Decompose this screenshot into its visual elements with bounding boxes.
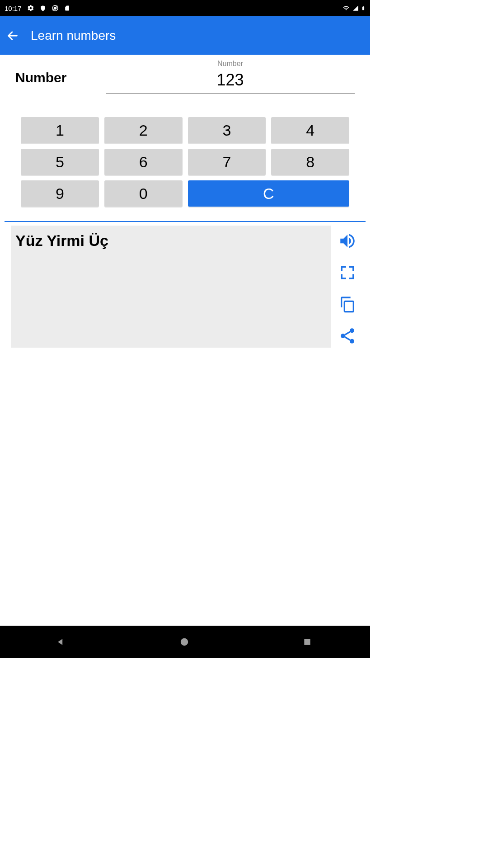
result-area: Yüz Yirmi Üç: [5, 226, 366, 348]
result-box: Yüz Yirmi Üç: [11, 226, 331, 348]
triangle-back-icon: [56, 637, 68, 646]
copy-icon: [338, 295, 357, 313]
key-7[interactable]: 7: [188, 149, 266, 175]
navigation-bar: [0, 626, 370, 658]
status-bar: 10:17: [0, 0, 370, 16]
shield-icon: [40, 5, 46, 12]
fullscreen-icon: [339, 264, 356, 281]
number-input-row: Number Number: [5, 55, 366, 96]
circle-home-icon: [179, 637, 191, 647]
volume-icon: [338, 231, 357, 250]
svg-rect-9: [304, 639, 310, 645]
svg-point-7: [350, 339, 354, 344]
share-icon: [338, 327, 357, 345]
key-0[interactable]: 0: [104, 180, 183, 207]
action-column: [335, 226, 360, 348]
copy-button[interactable]: [338, 294, 357, 314]
speak-button[interactable]: [338, 231, 357, 251]
keypad: 1 2 3 4 5 6 7 8 9 0 C: [5, 96, 366, 219]
divider: [5, 221, 366, 222]
number-label: Number: [15, 70, 88, 85]
app-bar: Learn numbers: [0, 16, 370, 55]
status-left: 10:17: [5, 5, 70, 12]
settings-icon: [27, 5, 34, 12]
sd-card-icon: [64, 5, 70, 12]
wifi-icon: [342, 5, 350, 11]
signal-icon: [352, 5, 359, 11]
key-6[interactable]: 6: [104, 149, 183, 175]
key-9[interactable]: 9: [21, 180, 99, 207]
key-8[interactable]: 8: [271, 149, 349, 175]
number-field-wrapper: Number: [106, 61, 355, 94]
no-location-icon: [52, 5, 59, 12]
key-5[interactable]: 5: [21, 149, 99, 175]
page-title: Learn numbers: [31, 28, 116, 43]
number-field-floating-label: Number: [106, 60, 355, 68]
square-recent-icon: [303, 637, 314, 646]
fullscreen-button[interactable]: [338, 263, 357, 283]
key-2[interactable]: 2: [104, 117, 183, 143]
result-text: Yüz Yirmi Üç: [15, 232, 327, 250]
svg-line-2: [52, 6, 57, 11]
key-3[interactable]: 3: [188, 117, 266, 143]
nav-back-button[interactable]: [56, 636, 68, 648]
svg-point-5: [350, 328, 354, 333]
svg-point-8: [180, 638, 188, 646]
main-content: Number Number 1 2 3 4 5 6 7 8 9 0 C Yüz …: [0, 55, 370, 348]
number-input[interactable]: [106, 69, 355, 94]
status-time: 10:17: [5, 5, 22, 12]
back-arrow-icon[interactable]: [6, 29, 19, 42]
share-button[interactable]: [338, 326, 357, 346]
key-4[interactable]: 4: [271, 117, 349, 143]
status-right: [342, 5, 366, 12]
battery-icon: [361, 5, 366, 12]
nav-home-button[interactable]: [179, 636, 191, 648]
svg-point-6: [341, 334, 345, 338]
key-1[interactable]: 1: [21, 117, 99, 143]
nav-recent-button[interactable]: [303, 636, 314, 648]
key-clear[interactable]: C: [188, 180, 350, 207]
svg-rect-4: [344, 301, 353, 311]
